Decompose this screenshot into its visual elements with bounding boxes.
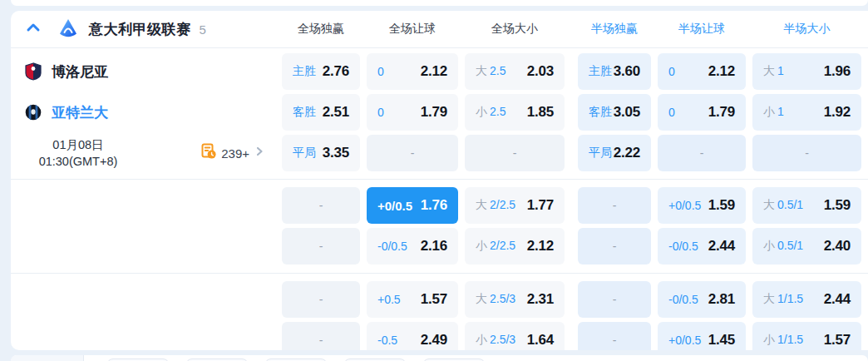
home-team-name: 博洛尼亚 bbox=[52, 62, 108, 82]
outcome-label: 平局 bbox=[293, 146, 316, 161]
odds-cell-empty: - bbox=[367, 135, 458, 171]
row-left-slot bbox=[11, 187, 275, 224]
handicap-label: 0 bbox=[668, 65, 675, 78]
ou-line: 1 bbox=[777, 105, 784, 118]
odds-value: 1.59 bbox=[708, 197, 735, 214]
odds-cell-empty: - bbox=[578, 322, 651, 350]
away-team-row[interactable]: 亚特兰大 bbox=[11, 103, 108, 122]
odds-row: -+0/0.51.76大2/2.51.77-+0/0.51.59大0.5/11.… bbox=[11, 187, 868, 224]
odds-cell-empty: - bbox=[282, 322, 360, 350]
ou-side-label: 大 bbox=[476, 292, 487, 307]
odds-cell[interactable]: 主胜3.60 bbox=[578, 53, 651, 90]
odds-cell[interactable]: -0/0.52.16 bbox=[367, 228, 458, 265]
odds-value: 3.35 bbox=[323, 145, 349, 161]
odds-cell[interactable]: 大2.52.03 bbox=[465, 53, 565, 90]
ou-side-label: 小 bbox=[476, 333, 487, 348]
odds-cell[interactable]: 大2.5/32.31 bbox=[465, 281, 565, 318]
more-odds-button[interactable]: 239+ bbox=[200, 143, 265, 163]
odds-value: 2.31 bbox=[527, 291, 554, 308]
odds-cell[interactable]: +0/0.51.59 bbox=[658, 187, 746, 224]
odds-cell[interactable]: 小11.92 bbox=[752, 94, 861, 131]
ou-line: 2.5 bbox=[490, 64, 506, 77]
odds-value: 2.44 bbox=[824, 291, 851, 308]
ou-line: 0.5/1 bbox=[777, 198, 803, 211]
odds-dash: - bbox=[319, 334, 323, 347]
row-left-slot: 亚特兰大 bbox=[11, 94, 275, 131]
odds-cell[interactable]: -0.52.49 bbox=[367, 322, 458, 350]
odds-cell[interactable]: 小2/2.52.12 bbox=[465, 228, 565, 265]
outcome-label: 主胜 bbox=[293, 64, 316, 79]
handicap-label: +0/0.5 bbox=[377, 199, 412, 213]
odds-cell[interactable]: 大1/1.52.44 bbox=[752, 281, 861, 318]
handicap-label: +0/0.5 bbox=[668, 199, 701, 212]
odds-cell[interactable]: 02.12 bbox=[367, 53, 458, 90]
home-team-row[interactable]: 博洛尼亚 bbox=[11, 62, 108, 82]
chevron-up-icon bbox=[25, 19, 42, 39]
odds-row: 亚特兰大 客胜2.5101.79小2.51.85客胜3.0501.79小11.9… bbox=[11, 94, 868, 131]
collapse-button[interactable] bbox=[25, 21, 42, 37]
odds-cell[interactable]: 客胜2.51 bbox=[282, 94, 360, 131]
odds-cell[interactable]: -0/0.52.44 bbox=[658, 228, 746, 265]
odds-cell[interactable]: 大0.5/11.59 bbox=[752, 187, 861, 224]
odds-cell[interactable]: 大11.96 bbox=[752, 53, 861, 90]
match-time: 01:30(GMT+8) bbox=[16, 153, 141, 170]
odds-row: 01月08日 01:30(GMT+8) 239+ 平局3.35--平局2.22-… bbox=[11, 135, 868, 171]
column-header-half: 半场让球 bbox=[658, 22, 746, 37]
odds-cell[interactable]: 平局2.22 bbox=[578, 135, 651, 171]
odds-dash: - bbox=[513, 146, 517, 160]
handicap-label: -0.5 bbox=[377, 334, 397, 347]
previous-card-edge bbox=[11, 0, 868, 6]
handicap-label: 0 bbox=[377, 65, 384, 78]
odds-value: 3.05 bbox=[614, 104, 640, 121]
row-left-slot bbox=[11, 281, 275, 318]
ou-line: 1 bbox=[777, 64, 784, 77]
odds-cell[interactable]: 小1/1.51.57 bbox=[752, 322, 861, 350]
ou-line: 0.5/1 bbox=[777, 239, 803, 252]
odds-value: 1.57 bbox=[824, 332, 851, 349]
odds-row: --0.52.49小2.5/31.64-+0/0.51.45小1/1.51.57 bbox=[11, 322, 868, 350]
outcome-label: 客胜 bbox=[589, 105, 612, 120]
odds-section-2: -+0/0.51.76大2/2.51.77-+0/0.51.59大0.5/11.… bbox=[11, 179, 868, 273]
odds-cell-selected[interactable]: +0/0.51.76 bbox=[367, 187, 458, 224]
column-header-half: 半场独赢 bbox=[578, 22, 651, 37]
odds-sections: 博洛尼亚 主胜2.7602.12大2.52.03主胜3.6002.12大11.9… bbox=[11, 48, 868, 350]
odds-cell-empty: - bbox=[578, 228, 651, 265]
odds-cell-empty: - bbox=[658, 135, 746, 171]
odds-cell[interactable]: 大2/2.51.77 bbox=[465, 187, 565, 224]
odds-cell[interactable]: 平局3.35 bbox=[282, 135, 360, 171]
odds-cell-empty: - bbox=[465, 135, 565, 171]
odds-cell[interactable]: +0.51.57 bbox=[367, 281, 458, 318]
odds-value: 2.22 bbox=[614, 145, 640, 161]
odds-dash: - bbox=[319, 293, 323, 306]
odds-dash: - bbox=[319, 199, 323, 212]
league-info: 意大利甲级联赛 5 bbox=[11, 18, 275, 40]
handicap-label: -0/0.5 bbox=[668, 240, 698, 253]
odds-value: 1.64 bbox=[527, 332, 554, 349]
next-card-edge bbox=[11, 355, 868, 361]
odds-value: 1.59 bbox=[824, 197, 851, 214]
home-team-badge-icon bbox=[24, 62, 42, 81]
odds-value: 2.40 bbox=[824, 238, 851, 255]
odds-cell[interactable]: +0/0.51.45 bbox=[658, 322, 746, 350]
match-date: 01月08日 bbox=[16, 136, 141, 153]
odds-cell[interactable]: 主胜2.76 bbox=[282, 53, 360, 90]
odds-value: 3.60 bbox=[614, 63, 640, 80]
ou-side-label: 小 bbox=[476, 239, 487, 254]
odds-dash: - bbox=[411, 146, 415, 160]
row-left-slot bbox=[11, 228, 275, 265]
odds-cell[interactable]: 01.79 bbox=[658, 94, 746, 131]
odds-cell[interactable]: 小2.5/31.64 bbox=[465, 322, 565, 350]
odds-value: 1.85 bbox=[527, 104, 554, 121]
odds-cell[interactable]: -0/0.52.81 bbox=[658, 281, 746, 318]
odds-cell[interactable]: 小2.51.85 bbox=[465, 94, 565, 131]
odds-cell-empty: - bbox=[282, 228, 360, 265]
odds-cell[interactable]: 客胜3.05 bbox=[578, 94, 651, 131]
odds-cell[interactable]: 02.12 bbox=[658, 53, 746, 90]
odds-cell-empty: - bbox=[752, 135, 861, 171]
ou-line: 2.5/3 bbox=[490, 292, 515, 305]
odds-cell[interactable]: 小0.5/12.40 bbox=[752, 228, 861, 265]
odds-cell[interactable]: 01.79 bbox=[367, 94, 458, 131]
odds-count-icon bbox=[200, 143, 217, 163]
odds-section-3: -+0.51.57大2.5/32.31--0/0.52.81大1/1.52.44… bbox=[11, 273, 868, 350]
odds-value: 1.96 bbox=[824, 63, 851, 80]
